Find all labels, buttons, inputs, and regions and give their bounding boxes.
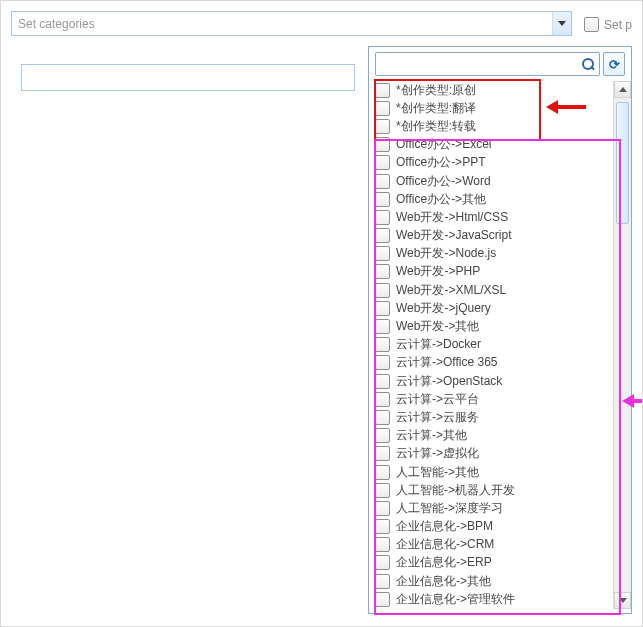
item-checkbox[interactable] bbox=[375, 228, 390, 243]
item-label: *创作类型:原创 bbox=[396, 82, 476, 99]
item-label: Web开发->JavaScript bbox=[396, 227, 511, 244]
list-item[interactable]: Office办公->其他 bbox=[375, 190, 613, 208]
list-item[interactable]: Web开发->Node.js bbox=[375, 245, 613, 263]
list-item[interactable]: Web开发->其他 bbox=[375, 317, 613, 335]
item-checkbox[interactable] bbox=[375, 119, 390, 134]
list-item[interactable]: 云计算->云平台 bbox=[375, 390, 613, 408]
item-checkbox[interactable] bbox=[375, 465, 390, 480]
list-item[interactable]: Web开发->XML/XSL bbox=[375, 281, 613, 299]
item-label: Office办公->PPT bbox=[396, 154, 485, 171]
item-checkbox[interactable] bbox=[375, 83, 390, 98]
item-label: Web开发->XML/XSL bbox=[396, 282, 506, 299]
item-label: 企业信息化->管理软件 bbox=[396, 591, 515, 608]
chevron-down-icon bbox=[558, 21, 566, 26]
item-checkbox[interactable] bbox=[375, 337, 390, 352]
list-item[interactable]: *创作类型:翻译 bbox=[375, 99, 613, 117]
item-label: 人工智能->机器人开发 bbox=[396, 482, 515, 499]
scroll-down-button[interactable] bbox=[614, 592, 631, 609]
list-item[interactable]: 人工智能->其他 bbox=[375, 463, 613, 481]
list-item[interactable]: 人工智能->深度学习 bbox=[375, 499, 613, 517]
item-checkbox[interactable] bbox=[375, 174, 390, 189]
item-checkbox[interactable] bbox=[375, 574, 390, 589]
list-item[interactable]: Office办公->PPT bbox=[375, 154, 613, 172]
set-p-label: Set p bbox=[604, 18, 632, 32]
categories-combobox[interactable]: Set categories bbox=[11, 11, 572, 36]
filter-box[interactable] bbox=[375, 52, 600, 76]
list-item[interactable]: 企业信息化->CRM bbox=[375, 536, 613, 554]
list-item[interactable]: *创作类型:转载 bbox=[375, 117, 613, 135]
window: Set categories Set p ⟳ *创作类型:原创*创作类型:翻译*… bbox=[0, 0, 643, 627]
list-item[interactable]: 企业信息化->管理软件 bbox=[375, 590, 613, 608]
list-item[interactable]: *创作类型:原创 bbox=[375, 81, 613, 99]
categories-combobox-text: Set categories bbox=[12, 17, 552, 31]
item-checkbox[interactable] bbox=[375, 483, 390, 498]
item-checkbox[interactable] bbox=[375, 519, 390, 534]
scroll-track[interactable] bbox=[614, 98, 631, 592]
list-item[interactable]: 人工智能->机器人开发 bbox=[375, 481, 613, 499]
item-checkbox[interactable] bbox=[375, 101, 390, 116]
categories-dropdown-panel: ⟳ *创作类型:原创*创作类型:翻译*创作类型:转载Office办公->Exce… bbox=[368, 46, 632, 614]
list-item[interactable]: 云计算->Docker bbox=[375, 336, 613, 354]
chevron-down-icon bbox=[619, 598, 627, 603]
item-checkbox[interactable] bbox=[375, 319, 390, 334]
list-item[interactable]: 云计算->Office 365 bbox=[375, 354, 613, 372]
filter-input[interactable] bbox=[380, 53, 575, 75]
list-item[interactable]: 企业信息化->ERP bbox=[375, 554, 613, 572]
list-item[interactable]: Web开发->JavaScript bbox=[375, 227, 613, 245]
item-label: 企业信息化->BPM bbox=[396, 518, 493, 535]
list-item[interactable]: Office办公->Word bbox=[375, 172, 613, 190]
item-label: 云计算->Docker bbox=[396, 336, 481, 353]
item-label: Office办公->Excel bbox=[396, 136, 491, 153]
dropdown-header: ⟳ bbox=[369, 47, 631, 81]
item-checkbox[interactable] bbox=[375, 192, 390, 207]
set-p-checkbox[interactable] bbox=[584, 17, 599, 32]
list-item[interactable]: Web开发->PHP bbox=[375, 263, 613, 281]
item-label: 云计算->虚拟化 bbox=[396, 445, 479, 462]
item-label: 云计算->其他 bbox=[396, 427, 467, 444]
categories-list: *创作类型:原创*创作类型:翻译*创作类型:转载Office办公->ExcelO… bbox=[373, 81, 613, 609]
item-label: *创作类型:转载 bbox=[396, 118, 476, 135]
item-label: *创作类型:翻译 bbox=[396, 100, 476, 117]
scroll-thumb[interactable] bbox=[616, 102, 629, 224]
search-icon bbox=[579, 56, 595, 72]
list-item[interactable]: 云计算->其他 bbox=[375, 427, 613, 445]
list-item[interactable]: 云计算->云服务 bbox=[375, 408, 613, 426]
list-item[interactable]: 云计算->OpenStack bbox=[375, 372, 613, 390]
item-label: 人工智能->深度学习 bbox=[396, 500, 503, 517]
item-label: 企业信息化->其他 bbox=[396, 573, 491, 590]
item-label: 人工智能->其他 bbox=[396, 464, 479, 481]
item-checkbox[interactable] bbox=[375, 210, 390, 225]
list-item[interactable]: 企业信息化->BPM bbox=[375, 518, 613, 536]
item-checkbox[interactable] bbox=[375, 501, 390, 516]
categories-combobox-button[interactable] bbox=[552, 12, 571, 35]
item-checkbox[interactable] bbox=[375, 264, 390, 279]
item-checkbox[interactable] bbox=[375, 283, 390, 298]
item-checkbox[interactable] bbox=[375, 374, 390, 389]
scroll-up-button[interactable] bbox=[614, 81, 631, 98]
item-label: 云计算->云服务 bbox=[396, 409, 479, 426]
item-checkbox[interactable] bbox=[375, 246, 390, 261]
item-checkbox[interactable] bbox=[375, 392, 390, 407]
list-area: *创作类型:原创*创作类型:翻译*创作类型:转载Office办公->ExcelO… bbox=[373, 81, 631, 609]
item-checkbox[interactable] bbox=[375, 446, 390, 461]
scrollbar[interactable] bbox=[613, 81, 631, 609]
item-label: Web开发->PHP bbox=[396, 263, 480, 280]
item-checkbox[interactable] bbox=[375, 537, 390, 552]
list-item[interactable]: Web开发->Html/CSS bbox=[375, 208, 613, 226]
search-input[interactable] bbox=[21, 64, 355, 91]
item-checkbox[interactable] bbox=[375, 592, 390, 607]
item-checkbox[interactable] bbox=[375, 555, 390, 570]
set-p-checkbox-group[interactable]: Set p bbox=[584, 11, 632, 38]
item-checkbox[interactable] bbox=[375, 355, 390, 370]
refresh-button[interactable]: ⟳ bbox=[603, 52, 625, 76]
item-checkbox[interactable] bbox=[375, 137, 390, 152]
list-item[interactable]: 云计算->虚拟化 bbox=[375, 445, 613, 463]
list-item[interactable]: Web开发->jQuery bbox=[375, 299, 613, 317]
item-checkbox[interactable] bbox=[375, 155, 390, 170]
item-checkbox[interactable] bbox=[375, 410, 390, 425]
list-item[interactable]: 企业信息化->其他 bbox=[375, 572, 613, 590]
item-checkbox[interactable] bbox=[375, 301, 390, 316]
list-item[interactable]: Office办公->Excel bbox=[375, 136, 613, 154]
item-checkbox[interactable] bbox=[375, 428, 390, 443]
item-label: 云计算->Office 365 bbox=[396, 354, 497, 371]
